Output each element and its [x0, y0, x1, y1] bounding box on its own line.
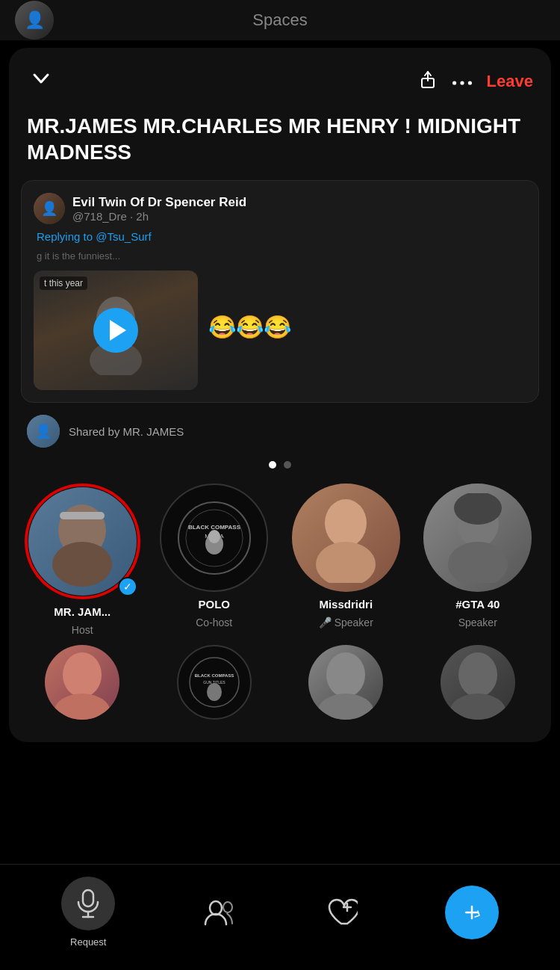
polo-avatar: BLACK COMPASS MEDIA: [160, 484, 268, 592]
speakers-section: ✓ MR. JAM... Host BLACK COMPASS MEDIA: [9, 469, 551, 727]
video-thumbnail[interactable]: t this year: [34, 271, 198, 390]
speaker-row2-1[interactable]: [21, 645, 144, 720]
sharer-avatar: 👤: [27, 415, 60, 448]
verified-badge: ✓: [118, 577, 137, 596]
dot-2: [284, 461, 291, 469]
share-button[interactable]: [418, 69, 438, 93]
bottom-bar: Request: [0, 864, 560, 970]
shared-by: 👤 Shared by MR. JAMES: [9, 403, 551, 448]
speaker-row2-avatar-4: [441, 645, 515, 720]
svg-point-28: [317, 693, 374, 720]
shared-by-text: Shared by MR. JAMES: [69, 425, 184, 438]
svg-point-22: [54, 693, 111, 720]
speaker-row2-avatar-3: [308, 645, 383, 720]
speaker-item-polo[interactable]: BLACK COMPASS MEDIA POLO Co-host: [153, 484, 276, 636]
collapse-button[interactable]: [27, 64, 55, 98]
space-title: MR.JAMES MR.CHARLES MR HENRY ! MIDNIGHT …: [9, 105, 551, 180]
main-card: Leave MR.JAMES MR.CHARLES MR HENRY ! MID…: [9, 48, 551, 742]
speaker-row2-avatar-2: BLACK COMPASS GUN TITLES: [177, 645, 252, 720]
svg-point-27: [326, 652, 365, 697]
tweet-author: 👤 Evil Twin Of Dr Spencer Reid @718_Dre …: [34, 193, 526, 224]
svg-point-17: [316, 542, 376, 583]
svg-text:BLACK COMPASS: BLACK COMPASS: [194, 673, 234, 678]
speaker-name-gta: #GTA 40: [455, 598, 500, 611]
dot-1: [269, 461, 276, 469]
svg-point-15: [208, 530, 220, 543]
svg-point-21: [63, 652, 102, 697]
speaker-name-polo: POLO: [198, 598, 230, 611]
tweet-author-name: Evil Twin Of Dr Spencer Reid: [72, 195, 246, 210]
svg-text:BLACK COMPASS: BLACK COMPASS: [188, 524, 241, 531]
svg-point-16: [325, 499, 367, 547]
svg-point-35: [223, 902, 232, 912]
svg-point-3: [460, 81, 464, 84]
speaker-role-host: Host: [72, 624, 93, 636]
tweet-author-avatar: 👤: [34, 193, 65, 224]
user-avatar[interactable]: 👤: [15, 1, 54, 40]
svg-point-2: [452, 81, 456, 84]
tweet-reply: Replying to @Tsu_Surf: [34, 230, 526, 243]
svg-point-26: [207, 683, 222, 701]
mic-icon-circle: [61, 877, 115, 930]
muted-icon: 🎤: [319, 617, 332, 628]
speaker-row2-4[interactable]: [417, 645, 540, 720]
svg-point-29: [458, 652, 497, 697]
speaker-item-gta40[interactable]: #GTA 40 Speaker: [417, 484, 540, 636]
play-button[interactable]: [93, 308, 138, 353]
speaker-row2-3[interactable]: [284, 645, 408, 720]
tweet-card: 👤 Evil Twin Of Dr Spencer Reid @718_Dre …: [21, 180, 539, 403]
speaker-row2-2[interactable]: BLACK COMPASS GUN TITLES: [153, 645, 276, 720]
header-actions: Leave: [418, 69, 533, 93]
host-avatar-wrap: ✓: [25, 484, 140, 599]
speaker-role-gta: Speaker: [458, 617, 497, 628]
tweet-emoji: 😂😂😂: [205, 314, 291, 340]
speaker-role-polo: Co-host: [196, 617, 232, 628]
card-header: Leave: [9, 48, 551, 105]
speaker-item-host[interactable]: ✓ MR. JAM... Host: [21, 484, 144, 636]
speaker-name-host: MR. JAM...: [54, 605, 111, 618]
missdridri-avatar: [292, 484, 400, 592]
gta40-avatar: [423, 484, 532, 592]
video-overlay-text: t this year: [40, 277, 87, 290]
speaker-name-miss: Missdridri: [319, 598, 373, 611]
more-button[interactable]: [452, 72, 472, 91]
speakers-grid: ✓ MR. JAM... Host BLACK COMPASS MEDIA: [21, 484, 539, 636]
speaker-item-missdridri[interactable]: Missdridri 🎤 Speaker: [284, 484, 408, 636]
svg-point-19: [448, 542, 508, 583]
speaker-row2-avatar-1: [45, 645, 119, 720]
compose-button[interactable]: [445, 886, 499, 939]
svg-point-30: [449, 693, 506, 720]
add-heart-button[interactable]: [325, 898, 358, 927]
request-label: Request: [70, 936, 106, 948]
svg-point-34: [210, 901, 222, 915]
svg-point-20: [454, 493, 502, 525]
tweet-author-info: Evil Twin Of Dr Spencer Reid @718_Dre · …: [72, 195, 246, 223]
svg-point-4: [467, 81, 471, 84]
speakers-row2: BLACK COMPASS GUN TITLES: [21, 645, 539, 727]
top-bar-title: Spaces: [252, 10, 307, 30]
tweet-handle-time: @718_Dre · 2h: [72, 210, 246, 223]
pagination-dots: [9, 461, 551, 469]
request-mic-button[interactable]: Request: [61, 877, 115, 948]
top-bar: 👤 Spaces: [0, 0, 560, 40]
leave-button[interactable]: Leave: [487, 72, 533, 91]
people-button[interactable]: [202, 899, 238, 926]
svg-rect-31: [83, 890, 93, 906]
tweet-body-text: g it is the funniest...: [34, 247, 526, 263]
speaker-role-miss: 🎤 Speaker: [319, 617, 373, 628]
